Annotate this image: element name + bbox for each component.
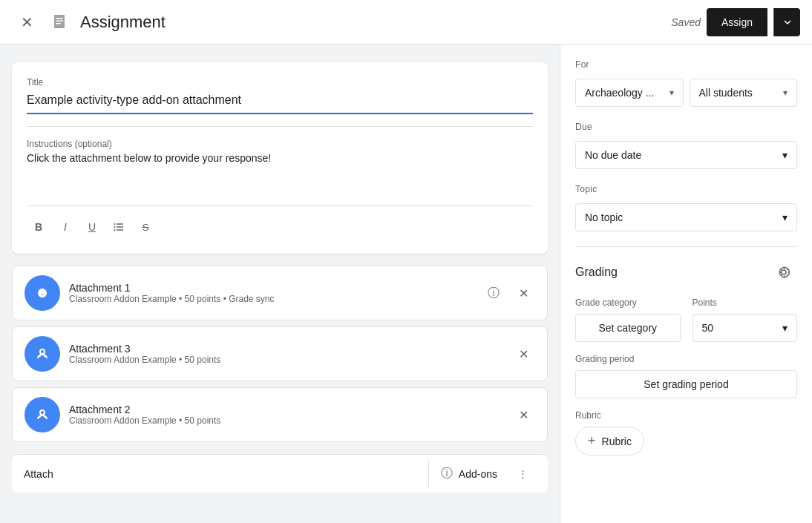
for-dropdowns: Archaeology ... ▾ All students ▾ bbox=[575, 79, 797, 107]
grading-settings-button[interactable] bbox=[770, 259, 797, 286]
formatting-toolbar: B I U S bbox=[27, 205, 533, 239]
grading-title: Grading bbox=[575, 266, 618, 279]
doc-icon bbox=[50, 12, 71, 33]
due-dropdown[interactable]: No due date ▾ bbox=[575, 141, 797, 169]
attachment-item-3: Attachment 2 Classroom Addon Example • 5… bbox=[12, 387, 548, 442]
topic-label: Topic bbox=[575, 184, 797, 194]
svg-rect-3 bbox=[56, 23, 61, 24]
svg-rect-1 bbox=[56, 18, 63, 19]
points-col: Points 50 ▾ bbox=[693, 297, 798, 342]
assign-dropdown-button[interactable] bbox=[773, 8, 800, 36]
svg-point-9 bbox=[114, 229, 116, 231]
topic-section: Topic No topic ▾ bbox=[575, 184, 797, 231]
title-field-wrapper: Title bbox=[27, 77, 533, 114]
points-dropdown-arrow: ▾ bbox=[782, 322, 788, 334]
attachment-info-button-1[interactable]: ⓘ bbox=[482, 281, 505, 305]
list-button[interactable] bbox=[107, 215, 131, 239]
left-panel: Title Instructions (optional) Click the … bbox=[0, 45, 560, 523]
attachment-info-1: Attachment 1 Classroom Addon Example • 5… bbox=[69, 282, 473, 304]
attachment-title-3: Attachment 2 bbox=[69, 404, 502, 415]
for-section: For Archaeology ... ▾ All students ▾ bbox=[575, 59, 797, 107]
attachment-actions-2: ✕ bbox=[511, 342, 535, 366]
grading-header: Grading bbox=[575, 259, 797, 286]
attachment-icon-1 bbox=[24, 275, 60, 311]
points-label: Points bbox=[693, 297, 798, 308]
svg-rect-2 bbox=[56, 20, 63, 22]
attachment-remove-button-2[interactable]: ✕ bbox=[511, 342, 535, 366]
svg-point-8 bbox=[114, 226, 116, 228]
svg-point-7 bbox=[114, 223, 116, 225]
attachment-title-2: Attachment 3 bbox=[69, 343, 502, 355]
bold-button[interactable]: B bbox=[27, 215, 50, 239]
class-value: Archaeology ... bbox=[585, 87, 667, 99]
attachment-remove-button-1[interactable]: ✕ bbox=[511, 281, 535, 305]
points-dropdown[interactable]: 50 ▾ bbox=[693, 314, 798, 342]
set-category-button[interactable]: Set category bbox=[575, 314, 681, 342]
more-options-button[interactable]: ⋮ bbox=[509, 461, 536, 487]
grade-category-col: Grade category Set category bbox=[575, 297, 681, 342]
for-label: For bbox=[575, 59, 797, 70]
main-layout: Title Instructions (optional) Click the … bbox=[0, 45, 812, 523]
attachment-subtitle-1: Classroom Addon Example • 50 points • Gr… bbox=[69, 294, 473, 304]
attachment-subtitle-2: Classroom Addon Example • 50 points bbox=[69, 355, 502, 365]
right-panel: For Archaeology ... ▾ All students ▾ Due… bbox=[560, 45, 812, 523]
page-title: Assignment bbox=[80, 13, 166, 32]
attach-label: Attach bbox=[24, 468, 428, 480]
italic-button[interactable]: I bbox=[53, 215, 77, 239]
due-value: No due date bbox=[585, 149, 641, 161]
due-section: Due No due date ▾ bbox=[575, 122, 797, 169]
addons-button[interactable]: ⓘ Add-ons bbox=[428, 460, 509, 487]
header: ✕ Assignment Saved Assign bbox=[0, 0, 812, 45]
attachments-list: Attachment 1 Classroom Addon Example • 5… bbox=[12, 266, 548, 442]
class-dropdown[interactable]: Archaeology ... ▾ bbox=[575, 79, 684, 107]
attachment-actions-3: ✕ bbox=[511, 403, 535, 427]
addons-label: Add-ons bbox=[459, 468, 497, 480]
attachment-info-2: Attachment 3 Classroom Addon Example • 5… bbox=[69, 343, 502, 365]
grade-category-row: Grade category Set category Points 50 ▾ bbox=[575, 297, 797, 342]
plus-icon: + bbox=[588, 433, 596, 449]
strikethrough-button[interactable]: S bbox=[134, 215, 157, 239]
rubric-label: Rubric bbox=[575, 410, 797, 421]
attachment-subtitle-3: Classroom Addon Example • 50 points bbox=[69, 415, 502, 426]
attachment-item: Attachment 1 Classroom Addon Example • 5… bbox=[12, 266, 548, 320]
topic-dropdown[interactable]: No topic ▾ bbox=[575, 203, 797, 231]
students-dropdown-arrow: ▾ bbox=[783, 88, 788, 98]
set-grading-period-button[interactable]: Set grading period bbox=[575, 370, 797, 398]
assignment-form-card: Title Instructions (optional) Click the … bbox=[12, 62, 548, 254]
due-dropdown-arrow: ▾ bbox=[782, 149, 788, 161]
attachment-info-3: Attachment 2 Classroom Addon Example • 5… bbox=[69, 404, 502, 426]
attachment-icon-3 bbox=[24, 397, 60, 432]
points-value: 50 bbox=[702, 322, 714, 334]
underline-button[interactable]: U bbox=[80, 215, 104, 239]
attachment-actions-1: ⓘ ✕ bbox=[482, 281, 535, 305]
grade-category-label: Grade category bbox=[575, 297, 681, 308]
due-label: Due bbox=[575, 122, 797, 132]
grading-period-wrapper: Grading period Set grading period bbox=[575, 354, 797, 410]
instructions-wrapper: Instructions (optional) Click the attach… bbox=[27, 139, 533, 197]
rubric-wrapper: Rubric + Rubric bbox=[575, 410, 797, 455]
header-left: ✕ Assignment bbox=[12, 7, 671, 37]
panel-divider bbox=[575, 246, 797, 247]
title-input[interactable] bbox=[27, 91, 533, 114]
students-dropdown[interactable]: All students ▾ bbox=[690, 79, 798, 107]
info-circle-icon: ⓘ bbox=[441, 466, 453, 481]
instructions-text[interactable]: Click the attachment below to provide yo… bbox=[27, 152, 533, 197]
attachment-icon-2 bbox=[24, 336, 60, 372]
topic-value: No topic bbox=[585, 211, 623, 223]
topic-dropdown-arrow: ▾ bbox=[782, 211, 788, 223]
grading-period-label: Grading period bbox=[575, 354, 797, 364]
header-right: Saved Assign bbox=[671, 8, 800, 36]
add-rubric-button[interactable]: + Rubric bbox=[575, 427, 644, 455]
attachment-remove-button-3[interactable]: ✕ bbox=[511, 403, 535, 427]
grading-section: Grading Grade category Set category Poin… bbox=[575, 259, 797, 455]
saved-status: Saved bbox=[671, 16, 701, 28]
students-value: All students bbox=[699, 87, 781, 99]
close-button[interactable]: ✕ bbox=[12, 7, 42, 37]
attachment-item-2: Attachment 3 Classroom Addon Example • 5… bbox=[12, 326, 548, 381]
class-dropdown-arrow: ▾ bbox=[669, 88, 674, 98]
title-label: Title bbox=[27, 77, 533, 88]
rubric-button-label: Rubric bbox=[602, 435, 632, 447]
assign-button[interactable]: Assign bbox=[707, 8, 767, 36]
title-divider bbox=[27, 126, 533, 127]
attach-bar: Attach ⓘ Add-ons ⋮ bbox=[12, 454, 548, 493]
